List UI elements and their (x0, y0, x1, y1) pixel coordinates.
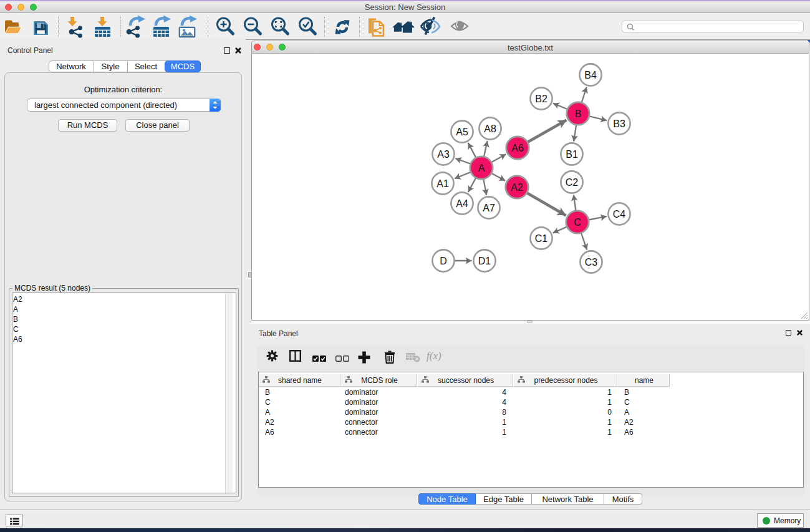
svg-text:B3: B3 (613, 118, 625, 129)
svg-text:A6: A6 (511, 143, 524, 153)
svg-text:A: A (478, 163, 485, 173)
svg-text:B1: B1 (566, 149, 578, 160)
svg-text:A3: A3 (437, 149, 450, 160)
svg-text:C1: C1 (535, 233, 548, 244)
svg-text:D: D (440, 256, 447, 266)
svg-text:A4: A4 (456, 198, 468, 209)
svg-text:C4: C4 (613, 209, 626, 220)
svg-text:B2: B2 (535, 94, 547, 104)
svg-text:B4: B4 (584, 70, 597, 80)
svg-text:A1: A1 (436, 178, 449, 189)
svg-text:A2: A2 (511, 182, 523, 193)
svg-text:D1: D1 (478, 256, 491, 266)
svg-text:C3: C3 (585, 257, 598, 268)
svg-text:A5: A5 (456, 127, 468, 137)
svg-text:C: C (574, 217, 581, 228)
svg-text:B: B (575, 109, 582, 119)
svg-text:A8: A8 (484, 123, 496, 134)
svg-text:A7: A7 (483, 203, 495, 213)
svg-text:C2: C2 (566, 177, 579, 188)
